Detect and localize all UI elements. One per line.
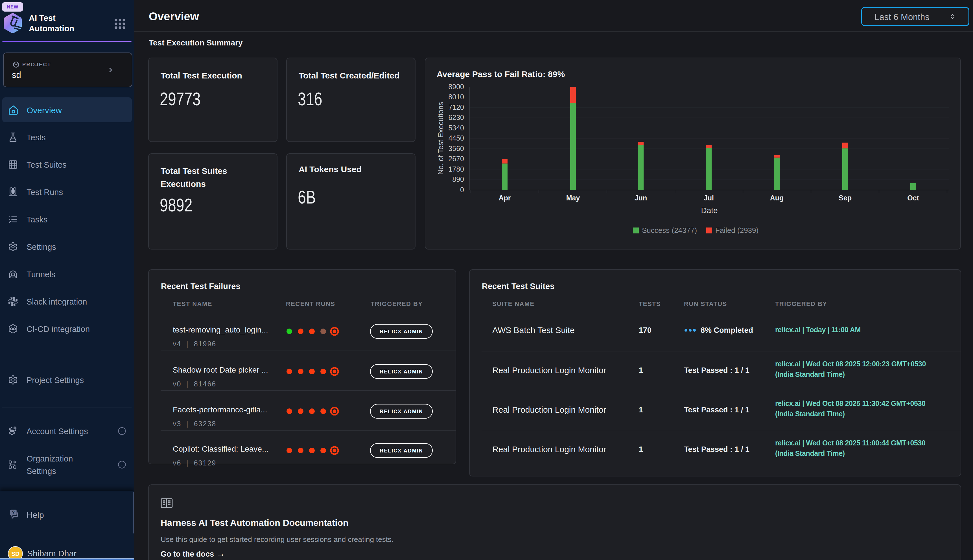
svg-text:Failed (2939): Failed (2939) [715, 226, 758, 235]
svg-text:?: ? [12, 510, 15, 515]
svg-text:8010: 8010 [448, 93, 464, 101]
svg-text:8900: 8900 [448, 83, 464, 91]
svg-text:May: May [566, 194, 580, 202]
svg-text:2670: 2670 [448, 155, 464, 163]
svg-text:Jun: Jun [635, 194, 647, 202]
svg-text:890: 890 [452, 175, 464, 183]
svg-text:0: 0 [460, 186, 464, 193]
svg-text:No. of Test Executions: No. of Test Executions [437, 102, 445, 175]
svg-text:Success (24377): Success (24377) [642, 226, 697, 235]
svg-text:Apr: Apr [498, 194, 511, 202]
svg-text:3560: 3560 [448, 145, 464, 152]
svg-text:Oct: Oct [907, 194, 919, 202]
svg-text:7120: 7120 [448, 103, 464, 111]
svg-text:Jul: Jul [704, 194, 714, 202]
svg-text:Aug: Aug [770, 194, 784, 202]
svg-text:1780: 1780 [448, 165, 464, 173]
svg-text:5340: 5340 [448, 124, 464, 132]
svg-text:4450: 4450 [448, 134, 464, 142]
svg-text:Date: Date [701, 206, 718, 215]
svg-text:Sep: Sep [839, 194, 851, 202]
svg-text:6230: 6230 [448, 113, 464, 122]
